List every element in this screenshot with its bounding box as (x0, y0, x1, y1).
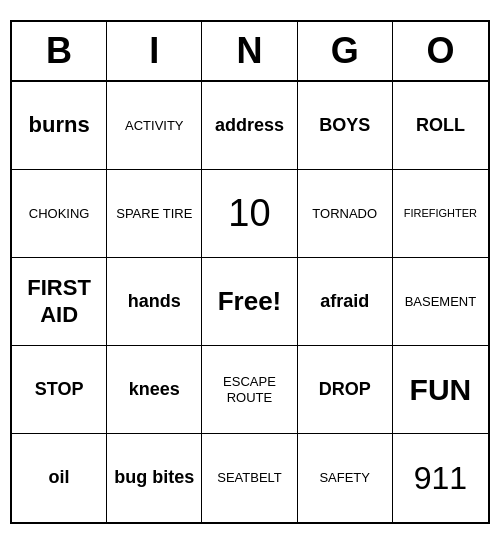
bingo-cell-text-18: DROP (319, 379, 371, 401)
bingo-header-letter-i: I (107, 22, 202, 80)
bingo-cell-10: FIRST AID (12, 258, 107, 346)
bingo-header-letter-n: N (202, 22, 297, 80)
bingo-cell-text-24: 911 (414, 459, 467, 497)
bingo-cell-9: FIREFIGHTER (393, 170, 488, 258)
bingo-header-letter-g: G (298, 22, 393, 80)
bingo-grid: burnsACTIVITYaddressBOYSROLLCHOKINGSPARE… (12, 82, 488, 522)
bingo-cell-text-10: FIRST AID (16, 275, 102, 328)
bingo-card: BINGO burnsACTIVITYaddressBOYSROLLCHOKIN… (10, 20, 490, 524)
bingo-cell-0: burns (12, 82, 107, 170)
bingo-cell-5: CHOKING (12, 170, 107, 258)
bingo-cell-text-16: knees (129, 379, 180, 401)
bingo-cell-text-5: CHOKING (29, 206, 90, 222)
bingo-cell-22: SEATBELT (202, 434, 297, 522)
bingo-cell-text-14: BASEMENT (405, 294, 477, 310)
bingo-cell-3: BOYS (298, 82, 393, 170)
bingo-cell-18: DROP (298, 346, 393, 434)
bingo-cell-24: 911 (393, 434, 488, 522)
bingo-cell-text-0: burns (29, 112, 90, 138)
bingo-cell-text-9: FIREFIGHTER (404, 207, 477, 220)
bingo-cell-8: TORNADO (298, 170, 393, 258)
bingo-cell-text-6: SPARE TIRE (116, 206, 192, 222)
bingo-cell-4: ROLL (393, 82, 488, 170)
bingo-cell-13: afraid (298, 258, 393, 346)
bingo-cell-6: SPARE TIRE (107, 170, 202, 258)
bingo-cell-23: SAFETY (298, 434, 393, 522)
bingo-cell-text-23: SAFETY (319, 470, 370, 486)
bingo-cell-7: 10 (202, 170, 297, 258)
bingo-cell-text-17: ESCAPE ROUTE (206, 374, 292, 405)
bingo-cell-text-20: oil (49, 467, 70, 489)
bingo-cell-text-7: 10 (228, 191, 270, 237)
bingo-cell-text-19: FUN (410, 372, 472, 408)
bingo-cell-text-2: address (215, 115, 284, 137)
bingo-cell-11: hands (107, 258, 202, 346)
bingo-header-letter-o: O (393, 22, 488, 80)
bingo-cell-12: Free! (202, 258, 297, 346)
bingo-cell-20: oil (12, 434, 107, 522)
bingo-cell-21: bug bites (107, 434, 202, 522)
bingo-cell-16: knees (107, 346, 202, 434)
bingo-header-letter-b: B (12, 22, 107, 80)
bingo-cell-15: STOP (12, 346, 107, 434)
bingo-cell-text-3: BOYS (319, 115, 370, 137)
bingo-cell-text-21: bug bites (114, 467, 194, 489)
bingo-cell-2: address (202, 82, 297, 170)
bingo-cell-14: BASEMENT (393, 258, 488, 346)
bingo-cell-text-22: SEATBELT (217, 470, 282, 486)
bingo-cell-17: ESCAPE ROUTE (202, 346, 297, 434)
bingo-header: BINGO (12, 22, 488, 82)
bingo-cell-text-4: ROLL (416, 115, 465, 137)
bingo-cell-text-12: Free! (218, 286, 282, 317)
bingo-cell-text-13: afraid (320, 291, 369, 313)
bingo-cell-19: FUN (393, 346, 488, 434)
bingo-cell-text-8: TORNADO (312, 206, 377, 222)
bingo-cell-1: ACTIVITY (107, 82, 202, 170)
bingo-cell-text-11: hands (128, 291, 181, 313)
bingo-cell-text-15: STOP (35, 379, 84, 401)
bingo-cell-text-1: ACTIVITY (125, 118, 184, 134)
